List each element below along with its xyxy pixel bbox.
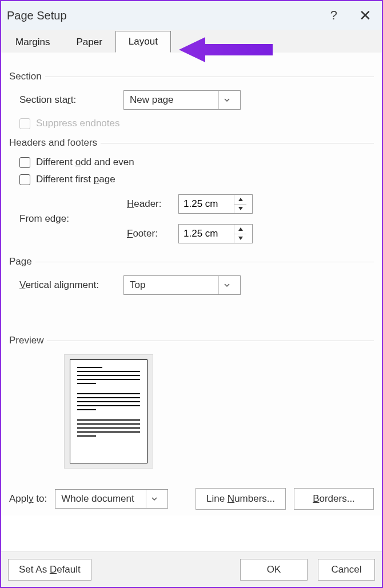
spinner-down-icon[interactable]: [234, 234, 246, 243]
select-value: Top: [130, 279, 214, 291]
set-as-default-button[interactable]: Set As Default: [8, 559, 91, 581]
svg-marker-4: [238, 237, 243, 240]
footer-input[interactable]: [179, 225, 234, 243]
preview-page-icon: [70, 359, 147, 463]
group-preview: Preview: [9, 335, 374, 346]
svg-marker-1: [238, 198, 243, 201]
chevron-down-icon: [146, 490, 162, 508]
group-headers-footers: Headers and footers: [9, 137, 374, 149]
group-section: Section: [9, 71, 374, 82]
suppress-endnotes-label: Suppress endnotes: [36, 118, 120, 129]
diff-odd-even-checkbox[interactable]: [19, 157, 30, 168]
dialog-footer: Set As Default OK Cancel: [1, 551, 382, 587]
header-label: Header:: [127, 198, 161, 210]
diff-odd-even-label: Different odd and even: [36, 157, 134, 168]
ok-button[interactable]: OK: [240, 559, 308, 581]
valign-label: Vertical alignment:: [19, 279, 123, 291]
tab-margins[interactable]: Margins: [2, 31, 63, 53]
footer-spinner[interactable]: [178, 224, 253, 243]
svg-marker-2: [238, 207, 243, 210]
preview-area: [9, 354, 374, 469]
divider: [47, 341, 374, 341]
group-label: Page: [9, 256, 35, 267]
group-page: Page: [9, 256, 374, 267]
diff-first-page-checkbox[interactable]: [19, 174, 30, 185]
group-label: Headers and footers: [9, 137, 101, 149]
section-start-label: Section start:: [19, 94, 123, 106]
svg-marker-3: [238, 227, 243, 231]
tab-label: Layout: [129, 36, 158, 47]
section-start-select[interactable]: New page: [123, 90, 241, 110]
borders-button[interactable]: Borders...: [294, 488, 374, 510]
cancel-button[interactable]: Cancel: [318, 559, 375, 581]
title-bar: Page Setup ? ✕: [1, 1, 382, 30]
dialog-content: Section Section start: New page Suppress…: [1, 53, 382, 515]
valign-select[interactable]: Top: [123, 275, 241, 295]
select-value: New page: [130, 94, 214, 106]
spinner-up-icon[interactable]: [234, 225, 246, 234]
chevron-down-icon: [218, 276, 234, 294]
diff-first-page-label: Different first page: [36, 174, 115, 185]
group-label: Preview: [9, 335, 47, 346]
tab-strip: Margins Paper Layout: [1, 30, 382, 53]
apply-to-label: Apply to:: [9, 493, 47, 505]
select-value: Whole document: [61, 493, 141, 505]
divider: [101, 143, 374, 143]
header-spinner[interactable]: [178, 194, 253, 214]
close-button[interactable]: ✕: [359, 7, 372, 25]
spinner-down-icon[interactable]: [234, 205, 246, 214]
tab-label: Paper: [76, 37, 102, 47]
line-numbers-button[interactable]: Line Numbers...: [196, 488, 286, 510]
tab-label: Margins: [15, 37, 50, 47]
from-edge-label: From edge:: [19, 213, 127, 225]
suppress-endnotes-checkbox: [19, 118, 30, 129]
divider: [45, 77, 374, 77]
tab-layout[interactable]: Layout: [115, 31, 171, 53]
tab-paper[interactable]: Paper: [63, 31, 115, 53]
dialog-title: Page Setup: [7, 9, 67, 22]
group-label: Section: [9, 71, 45, 82]
spinner-up-icon[interactable]: [234, 195, 246, 205]
footer-label: Footer:: [127, 228, 158, 239]
chevron-down-icon: [218, 91, 234, 109]
help-button[interactable]: ?: [330, 8, 337, 23]
header-input[interactable]: [179, 195, 234, 213]
divider: [35, 262, 374, 262]
preview-page-frame: [64, 354, 153, 469]
apply-to-select[interactable]: Whole document: [55, 489, 168, 509]
